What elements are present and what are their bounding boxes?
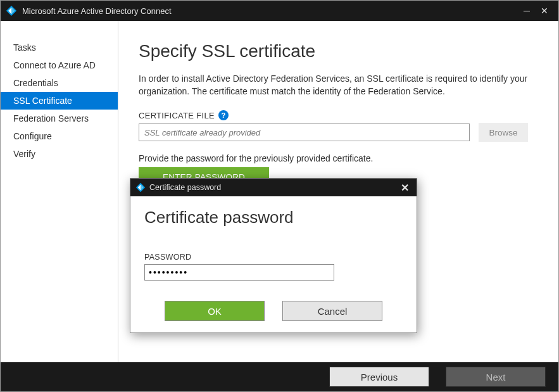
cancel-button[interactable]: Cancel xyxy=(282,301,382,321)
wizard-footer: Previous Next xyxy=(1,362,558,391)
window-title: Microsoft Azure Active Directory Connect xyxy=(22,6,518,16)
dialog-heading: Certificate password xyxy=(144,208,403,227)
azure-logo-icon xyxy=(135,182,146,193)
certificate-file-input[interactable] xyxy=(139,123,470,141)
sidebar-item-tasks[interactable]: Tasks xyxy=(1,39,118,56)
help-icon[interactable]: ? xyxy=(218,110,229,120)
password-input[interactable] xyxy=(144,264,334,281)
sidebar-item-configure[interactable]: Configure xyxy=(1,127,118,145)
sidebar-item-connect-azure-ad[interactable]: Connect to Azure AD xyxy=(1,56,118,74)
password-prompt: Provide the password for the previously … xyxy=(139,153,528,163)
dialog-titlebar: Certificate password ✕ xyxy=(130,179,417,196)
page-heading: Specify SSL certificate xyxy=(139,41,528,61)
ok-button[interactable]: OK xyxy=(165,301,265,321)
previous-button[interactable]: Previous xyxy=(329,367,429,387)
sidebar-item-federation-servers[interactable]: Federation Servers xyxy=(1,110,118,127)
dialog-close-icon[interactable]: ✕ xyxy=(398,182,411,194)
intro-text: In order to install Active Directory Fed… xyxy=(139,73,528,98)
titlebar: Microsoft Azure Active Directory Connect… xyxy=(1,1,558,21)
browse-button[interactable]: Browse xyxy=(479,123,528,142)
minimize-button[interactable]: ─ xyxy=(518,6,536,16)
close-button[interactable]: ✕ xyxy=(536,6,553,16)
sidebar-item-credentials[interactable]: Credentials xyxy=(1,74,118,92)
cert-file-label: CERTIFICATE FILE ? xyxy=(139,110,528,120)
certificate-password-dialog: Certificate password ✕ Certificate passw… xyxy=(130,178,417,333)
wizard-sidebar: Tasks Connect to Azure AD Credentials SS… xyxy=(1,21,118,362)
sidebar-item-verify[interactable]: Verify xyxy=(1,145,118,163)
next-button: Next xyxy=(446,367,546,387)
azure-logo-icon xyxy=(6,5,17,16)
dialog-title: Certificate password xyxy=(149,183,221,192)
password-label: PASSWORD xyxy=(144,253,403,262)
sidebar-item-ssl-certificate[interactable]: SSL Certificate xyxy=(1,92,118,110)
